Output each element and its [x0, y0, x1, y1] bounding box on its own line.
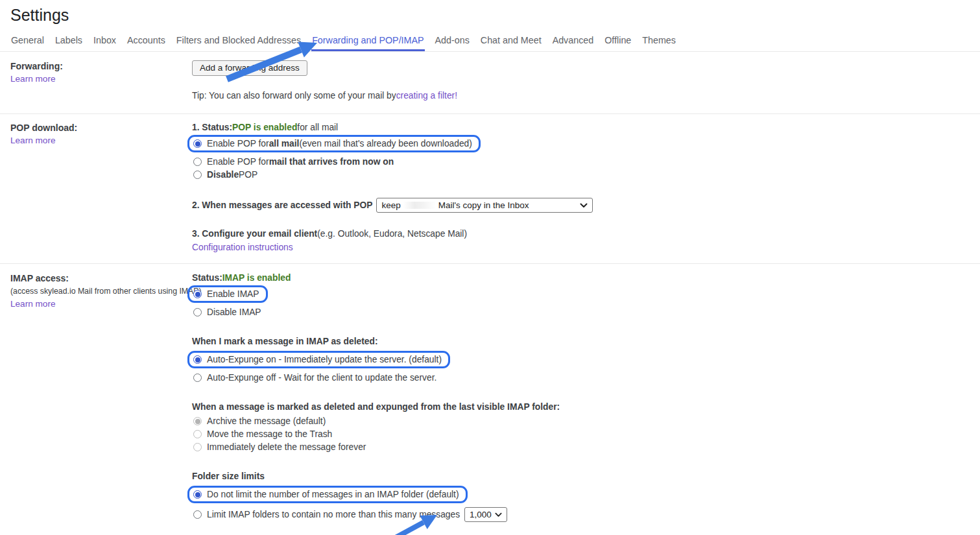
tab-add-ons[interactable]: Add-ons	[435, 34, 470, 51]
chevron-down-icon	[580, 203, 588, 208]
radio-disable-pop[interactable]	[193, 171, 202, 179]
forwarding-section: Forwarding: Learn more Add a forwarding …	[0, 52, 980, 114]
radio-auto-expunge-on[interactable]	[193, 355, 202, 364]
folder-size-limits-heading: Folder size limits	[192, 471, 980, 482]
option-archive-message: Archive the message (default)	[193, 416, 980, 427]
option-enable-pop-all-mail[interactable]: Enable POP for all mail (even mail that'…	[187, 135, 481, 152]
radio-disable-imap[interactable]	[193, 308, 202, 316]
tab-forwarding-pop-imap[interactable]: Forwarding and POP/IMAP	[311, 34, 424, 51]
option-label: Disable IMAP	[207, 307, 261, 318]
creating-a-filter-link[interactable]: creating a filter!	[396, 89, 457, 102]
option-label: Limit IMAP folders to contain no more th…	[207, 509, 460, 520]
option-label: Move the message to the Trash	[207, 429, 332, 440]
option-auto-expunge-on[interactable]: Auto-Expunge on - Immediately update the…	[187, 351, 450, 368]
imap-status-prefix: Status:	[192, 272, 222, 283]
pop-download-section: POP download: Learn more 1. Status: POP …	[0, 114, 980, 264]
option-enable-pop-from-now-on[interactable]: Enable POP for mail that arrives from no…	[193, 156, 980, 167]
pop-status-value: POP is enabled	[232, 122, 297, 133]
option-label: Disable POP	[207, 169, 257, 180]
radio-enable-pop-all-mail[interactable]	[193, 139, 202, 148]
option-do-not-limit-folders[interactable]: Do not limit the number of messages in a…	[187, 486, 468, 503]
tab-inbox[interactable]: Inbox	[93, 34, 117, 51]
add-forwarding-address-button[interactable]: Add a forwarding address	[192, 60, 307, 76]
option-label: Enable IMAP	[207, 289, 259, 300]
option-limit-imap-folders[interactable]: Limit IMAP folders to contain no more th…	[193, 507, 980, 522]
tab-general[interactable]: General	[10, 34, 45, 51]
imap-expunged-heading: When a message is marked as deleted and …	[192, 401, 980, 412]
option-label: Immediately delete the message forever	[207, 442, 366, 453]
tab-accounts[interactable]: Accounts	[126, 34, 166, 51]
option-label: Auto-Expunge on - Immediately update the…	[207, 354, 442, 365]
option-delete-forever: Immediately delete the message forever	[193, 442, 980, 453]
radio-enable-imap[interactable]	[193, 290, 202, 298]
pop-status-suffix: for all mail	[297, 122, 338, 133]
radio-delete-forever	[193, 443, 202, 451]
folder-limit-select[interactable]: 1,000	[464, 507, 507, 522]
imap-access-section: IMAP access: (access skylead.io Mail fro…	[0, 264, 980, 535]
option-disable-pop[interactable]: Disable POP	[193, 169, 980, 180]
imap-status-value: IMAP is enabled	[222, 272, 291, 283]
settings-tabbar: General Labels Inbox Accounts Filters an…	[0, 34, 980, 52]
forwarding-learn-more-link[interactable]: Learn more	[10, 73, 56, 86]
select-value-suffix: Mail's copy in the Inbox	[438, 200, 529, 211]
tab-labels[interactable]: Labels	[54, 34, 83, 51]
option-label: Enable POP for mail that arrives from no…	[207, 156, 394, 167]
option-label: Enable POP for all mail (even mail that'…	[207, 138, 472, 149]
pop-configuration-instructions-link[interactable]: Configuration instructions	[192, 241, 293, 254]
radio-enable-pop-from-now-on[interactable]	[193, 158, 202, 166]
option-label: Auto-Expunge off - Wait for the client t…	[207, 372, 436, 383]
tab-filters-blocked-addresses[interactable]: Filters and Blocked Addresses	[176, 34, 302, 51]
option-enable-imap[interactable]: Enable IMAP	[187, 285, 268, 303]
imap-access-sublabel: (access skylead.io Mail from other clien…	[10, 285, 192, 298]
pop-learn-more-link[interactable]: Learn more	[10, 134, 56, 147]
radio-auto-expunge-off[interactable]	[193, 374, 202, 382]
pop-status-line: 1. Status: POP is enabled for all mail	[192, 122, 980, 133]
option-disable-imap[interactable]: Disable IMAP	[193, 307, 980, 318]
imap-access-label: IMAP access:	[10, 272, 192, 285]
pop-step3-label: 3. Configure your email client	[192, 228, 317, 239]
option-label: Do not limit the number of messages in a…	[207, 489, 459, 500]
pop-download-label: POP download:	[10, 122, 192, 134]
imap-status-line: Status: IMAP is enabled	[192, 272, 980, 283]
tab-offline[interactable]: Offline	[604, 34, 632, 51]
imap-learn-more-link[interactable]: Learn more	[10, 298, 56, 311]
select-value: 1,000	[470, 509, 492, 520]
chevron-down-icon	[495, 512, 502, 517]
forwarding-label: Forwarding:	[10, 60, 192, 73]
tab-advanced[interactable]: Advanced	[552, 34, 595, 51]
pop-status-prefix: 1. Status:	[192, 122, 232, 133]
radio-limit-imap-folders[interactable]	[193, 510, 202, 519]
radio-archive-message	[193, 417, 202, 425]
pop-read-behavior-select[interactable]: keep Mail's copy in the Inbox	[376, 198, 593, 213]
page-title: Settings	[10, 6, 980, 25]
radio-do-not-limit-folders[interactable]	[193, 490, 202, 499]
option-auto-expunge-off[interactable]: Auto-Expunge off - Wait for the client t…	[193, 372, 980, 383]
option-move-to-trash: Move the message to the Trash	[193, 429, 980, 440]
radio-move-to-trash	[193, 430, 202, 438]
redacted-text	[403, 202, 436, 209]
option-label: Archive the message (default)	[207, 416, 326, 427]
pop-step2-label: 2. When messages are accessed with POP	[192, 200, 372, 211]
forwarding-tip-text: Tip: You can also forward only some of y…	[192, 90, 396, 101]
tab-themes[interactable]: Themes	[641, 34, 676, 51]
pop-step3-rest: (e.g. Outlook, Eudora, Netscape Mail)	[317, 228, 467, 239]
select-value-prefix: keep	[381, 200, 400, 211]
imap-deleted-heading: When I mark a message in IMAP as deleted…	[192, 336, 980, 347]
tab-chat-and-meet[interactable]: Chat and Meet	[480, 34, 542, 51]
